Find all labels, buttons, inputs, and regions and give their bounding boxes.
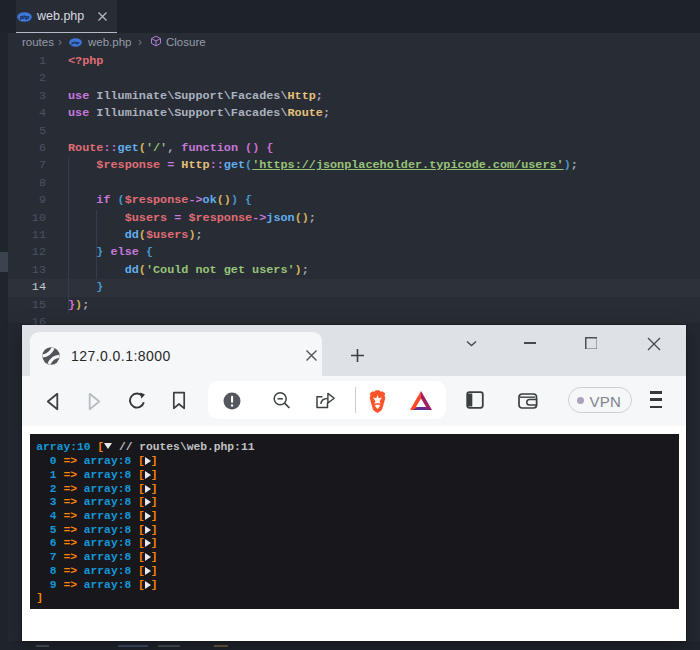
- svg-text:php: php: [71, 40, 80, 45]
- svg-text:php: php: [19, 14, 29, 20]
